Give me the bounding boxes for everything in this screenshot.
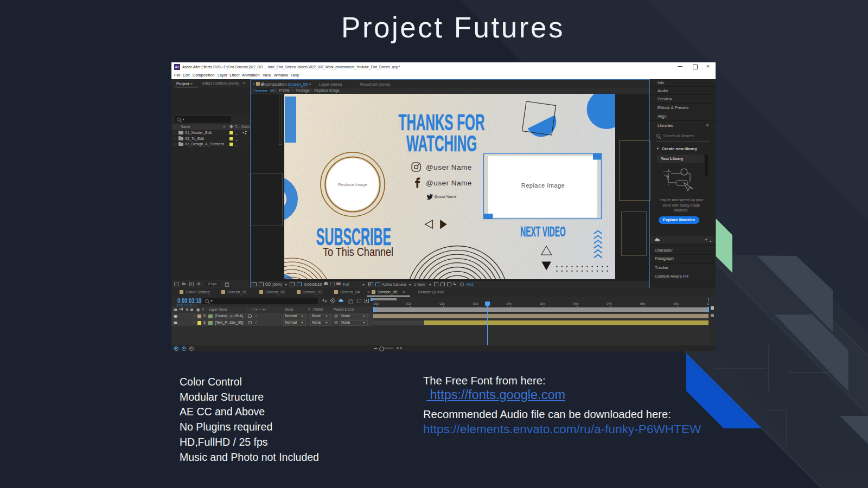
svg-text:T: T — [666, 175, 669, 181]
